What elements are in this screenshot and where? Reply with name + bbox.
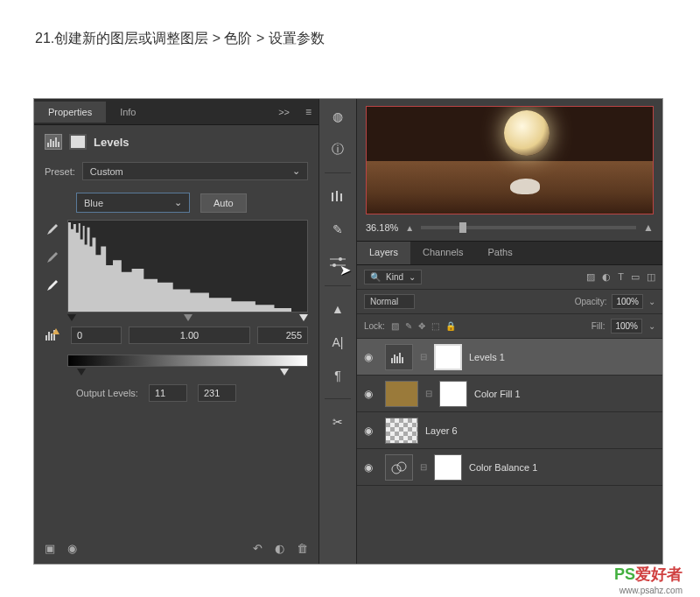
visibility-eye-icon[interactable]: ◉ xyxy=(364,351,378,363)
zoom-row: 36.18% ▲ ▲ xyxy=(357,218,662,237)
view-previous-icon[interactable]: ◉ xyxy=(67,542,77,555)
blend-mode-dropdown[interactable]: Normal xyxy=(364,294,415,309)
svg-point-13 xyxy=(339,257,342,261)
input-white-field[interactable] xyxy=(257,327,308,344)
lock-transparency-icon[interactable]: ▨ xyxy=(391,321,399,331)
zoom-slider[interactable] xyxy=(421,226,636,229)
output-levels-row: Output Levels: xyxy=(34,376,318,407)
fill-value[interactable]: 100% xyxy=(611,319,642,334)
filter-shape-icon[interactable]: ▭ xyxy=(631,271,640,283)
tab-paths[interactable]: Paths xyxy=(476,242,525,264)
adjustment-thumb xyxy=(385,344,413,370)
tutorial-step-text: 21.创建新的图层或调整图层 > 色阶 > 设置参数 xyxy=(0,0,700,78)
delete-icon[interactable]: 🗑 xyxy=(297,542,308,555)
lock-position-icon[interactable]: ✥ xyxy=(418,321,425,331)
chevron-down-icon[interactable]: ⌄ xyxy=(648,297,655,306)
panel-icon-3d[interactable]: ◍ xyxy=(327,106,348,127)
svg-rect-2 xyxy=(52,141,54,147)
auto-button[interactable]: Auto xyxy=(200,193,247,213)
mask-thumb[interactable] xyxy=(434,344,462,370)
layers-tabs: Layers Channels Paths xyxy=(357,241,662,265)
navigator-panel xyxy=(357,99,662,218)
blend-row: Normal Opacity: 100% ⌄ xyxy=(357,290,662,314)
visibility-eye-icon[interactable]: ◉ xyxy=(364,425,378,437)
panel-icon-brush-settings[interactable]: ✎ xyxy=(327,219,348,240)
panel-icon-libraries[interactable]: ▲ xyxy=(327,298,348,320)
tab-info[interactable]: Info xyxy=(106,102,150,123)
filter-kind-dropdown[interactable]: 🔍 Kind ⌄ xyxy=(364,270,422,284)
filter-smart-icon[interactable]: ◫ xyxy=(647,271,655,283)
lock-artboard-icon[interactable]: ⬚ xyxy=(431,321,439,331)
svg-point-21 xyxy=(392,465,401,474)
layer-name[interactable]: Color Balance 1 xyxy=(469,462,537,473)
svg-rect-16 xyxy=(391,358,393,363)
input-black-field[interactable] xyxy=(71,327,122,344)
visibility-eye-icon[interactable]: ◉ xyxy=(364,461,378,474)
input-sliders[interactable] xyxy=(34,314,318,321)
preview-moon xyxy=(504,110,550,156)
layer-row-colorfill[interactable]: ◉ ⊟ Color Fill 1 xyxy=(357,376,662,412)
chevron-down-icon[interactable]: ⌄ xyxy=(648,321,655,331)
output-black-field[interactable] xyxy=(149,384,187,402)
lock-all-icon[interactable]: 🔒 xyxy=(445,321,456,331)
zoom-handle[interactable] xyxy=(459,222,466,233)
filter-type-icon[interactable]: T xyxy=(618,271,624,283)
svg-rect-19 xyxy=(399,353,401,363)
preset-dropdown[interactable]: Custom ⌄ xyxy=(82,162,308,180)
reset-icon[interactable]: ↶ xyxy=(253,542,262,555)
filter-pixel-icon[interactable]: ▨ xyxy=(586,271,595,283)
eyedropper-column xyxy=(45,220,60,313)
eyedropper-gray-icon[interactable] xyxy=(45,251,60,267)
black-point-slider[interactable] xyxy=(67,314,76,321)
mask-thumb[interactable] xyxy=(434,454,462,481)
pixel-thumb xyxy=(385,418,418,444)
zoom-value[interactable]: 36.18% xyxy=(366,222,398,233)
zoom-out-icon[interactable]: ▲ xyxy=(405,223,414,233)
output-sliders[interactable] xyxy=(34,369,318,376)
toggle-visibility-icon[interactable]: ◐ xyxy=(275,542,284,555)
tab-layers[interactable]: Layers xyxy=(357,242,410,264)
opacity-value[interactable]: 100% xyxy=(612,294,643,309)
channel-dropdown[interactable]: Blue ⌄ xyxy=(76,193,190,213)
panel-icon-info[interactable]: ⓘ xyxy=(327,139,348,160)
watermark-logo: PS爱好者 xyxy=(614,564,682,585)
navigator-preview[interactable] xyxy=(366,106,654,214)
eyedropper-white-icon[interactable] xyxy=(45,279,60,295)
output-white-field[interactable] xyxy=(198,384,236,402)
panel-menu-icon[interactable]: ≡ xyxy=(298,106,318,118)
input-levels-row xyxy=(34,321,318,349)
panel-icon-tools[interactable]: ✂ xyxy=(327,411,348,432)
output-white-slider[interactable] xyxy=(280,369,289,376)
layer-row-colorbalance[interactable]: ◉ ⊟ Color Balance 1 xyxy=(357,449,662,486)
histogram-chart[interactable] xyxy=(67,220,308,313)
mask-thumb[interactable] xyxy=(439,381,467,407)
channel-value: Blue xyxy=(84,198,103,208)
zoom-in-icon[interactable]: ▲ xyxy=(643,221,654,234)
layer-row-layer6[interactable]: ◉ Layer 6 xyxy=(357,412,662,449)
layer-name[interactable]: Color Fill 1 xyxy=(474,389,521,399)
visibility-eye-icon[interactable]: ◉ xyxy=(364,388,378,400)
layer-name[interactable]: Levels 1 xyxy=(469,352,505,362)
search-icon: 🔍 xyxy=(370,272,381,282)
panel-icon-adjustments[interactable] xyxy=(327,252,348,273)
chevron-down-icon: ⌄ xyxy=(409,272,416,282)
clip-icon[interactable]: ▣ xyxy=(45,542,55,555)
midtone-slider[interactable] xyxy=(184,314,192,321)
output-gradient[interactable] xyxy=(67,355,308,367)
panel-icon-brushes[interactable] xyxy=(327,186,348,207)
collapse-arrow[interactable]: >> xyxy=(270,107,298,117)
panel-icon-character[interactable]: A| xyxy=(327,332,348,353)
output-black-slider[interactable] xyxy=(77,369,86,376)
layer-name[interactable]: Layer 6 xyxy=(425,425,458,436)
panel-icon-paragraph[interactable]: ¶ xyxy=(327,365,348,386)
tab-channels[interactable]: Channels xyxy=(410,242,475,264)
lock-pixels-icon[interactable]: ✎ xyxy=(405,321,412,331)
filter-adjustment-icon[interactable]: ◐ xyxy=(602,271,611,283)
input-gamma-field[interactable] xyxy=(129,327,250,344)
white-point-slider[interactable] xyxy=(299,314,308,321)
photoshop-panels: Properties Info >> ≡ Levels Preset: Cust… xyxy=(33,98,663,565)
properties-tabs: Properties Info >> ≡ xyxy=(34,99,318,125)
layer-row-levels[interactable]: ◉ ⊟ Levels 1 xyxy=(357,339,662,376)
eyedropper-black-icon[interactable] xyxy=(45,223,60,239)
tab-properties[interactable]: Properties xyxy=(34,102,106,123)
